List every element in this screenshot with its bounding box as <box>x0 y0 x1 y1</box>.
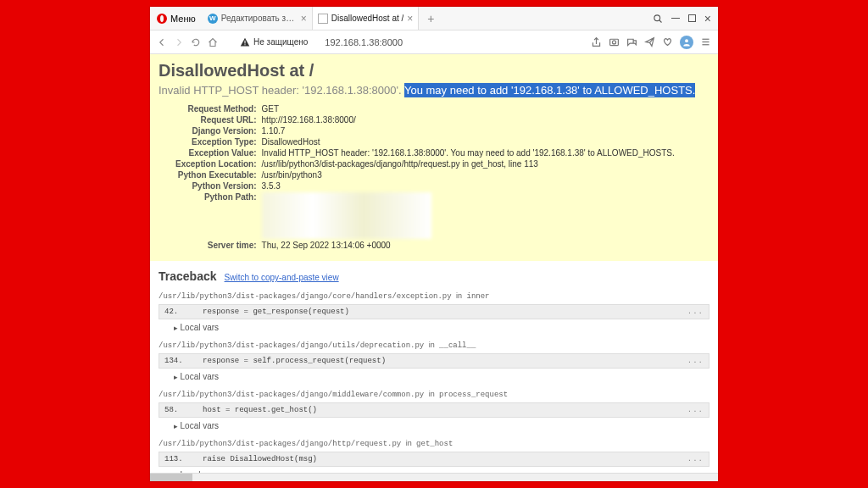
meta-label: Server time: <box>175 240 262 251</box>
meta-value: Thu, 22 Sep 2022 13:14:06 +0000 <box>262 240 675 251</box>
meta-label: Python Version: <box>175 180 262 191</box>
meta-value: DisallowedHost <box>262 136 675 147</box>
address-bar: Не защищено 192.168.1.38:8000 <box>150 30 718 54</box>
meta-label: Exception Value: <box>175 147 262 158</box>
error-meta-table: Request Method:GET Request URL:http://19… <box>175 103 675 251</box>
back-button[interactable] <box>157 37 167 47</box>
redacted-content <box>262 192 431 239</box>
subhead-highlight: You may need to add '192.168.1.38' to AL… <box>404 83 695 97</box>
frame-location: /usr/lib/python3/dist-packages/django/co… <box>159 291 709 301</box>
traceback-heading: Traceback <box>159 269 217 283</box>
error-subheading: Invalid HTTP_HOST header: '192.168.1.38:… <box>159 84 709 97</box>
traceback-frame: /usr/lib/python3/dist-packages/django/ht… <box>159 439 709 473</box>
code-line[interactable]: 134.response = self.process_request(requ… <box>159 353 709 369</box>
meta-value: /usr/bin/python3 <box>262 169 675 180</box>
code-line[interactable]: 113.raise DisallowedHost(msg)... <box>159 452 709 467</box>
search-icon[interactable] <box>653 14 663 24</box>
meta-label: Exception Type: <box>175 136 262 147</box>
frame-location: /usr/lib/python3/dist-packages/django/ht… <box>159 439 709 448</box>
close-icon[interactable]: × <box>407 13 413 25</box>
page-title: DisallowedHost at / <box>159 61 709 80</box>
error-summary: DisallowedHost at / Invalid HTTP_HOST he… <box>150 54 718 261</box>
maximize-icon[interactable] <box>688 14 696 22</box>
menu-icon[interactable] <box>700 36 711 47</box>
close-icon[interactable]: × <box>704 12 711 25</box>
switch-view-link[interactable]: Switch to copy-and-paste view <box>225 273 339 282</box>
meta-value: Invalid HTTP_HOST header: '192.168.1.38:… <box>262 147 675 158</box>
warning-icon <box>240 37 250 47</box>
opera-icon <box>157 14 167 24</box>
page-content: DisallowedHost at / Invalid HTTP_HOST he… <box>150 54 718 473</box>
scrollbar-thumb[interactable] <box>150 474 192 481</box>
expand-icon[interactable]: ... <box>687 455 704 463</box>
expand-icon[interactable]: ... <box>687 357 704 365</box>
page-icon <box>318 14 328 24</box>
share-icon[interactable] <box>591 36 602 47</box>
local-vars-toggle[interactable]: Local vars <box>159 323 709 332</box>
browser-window: Меню W Редактировать запись "Т... × Disa… <box>150 7 718 481</box>
window-controls: × <box>646 12 718 25</box>
svg-point-0 <box>654 14 660 20</box>
frame-location: /usr/lib/python3/dist-packages/django/ut… <box>159 341 709 350</box>
messenger-icon[interactable] <box>626 36 637 47</box>
code-line[interactable]: 58.host = request.get_host()... <box>159 402 709 418</box>
traceback-frame: /usr/lib/python3/dist-packages/django/ut… <box>159 341 709 381</box>
new-tab-button[interactable]: + <box>419 12 442 25</box>
svg-point-5 <box>612 41 615 44</box>
reload-button[interactable] <box>191 37 201 47</box>
expand-icon[interactable]: ... <box>687 406 704 414</box>
meta-value: http://192.168.1.38:8000/ <box>262 114 675 125</box>
meta-value: 1.10.7 <box>262 125 675 136</box>
send-icon[interactable] <box>644 36 655 47</box>
tab-label: Редактировать запись "Т... <box>221 14 298 23</box>
meta-label: Request URL: <box>175 114 262 125</box>
traceback-section: Traceback Switch to copy-and-paste view … <box>150 261 718 473</box>
meta-label: Exception Location: <box>175 158 262 169</box>
meta-label: Python Executable: <box>175 169 262 180</box>
heart-icon[interactable] <box>662 36 673 47</box>
meta-value: GET <box>262 103 675 114</box>
meta-label: Request Method: <box>175 103 262 114</box>
wordpress-icon: W <box>208 14 218 24</box>
minimize-icon[interactable] <box>671 18 680 19</box>
svg-point-6 <box>685 39 688 42</box>
traceback-frame: /usr/lib/python3/dist-packages/django/mi… <box>159 390 709 430</box>
tab-wordpress[interactable]: W Редактировать запись "Т... × <box>203 7 313 30</box>
svg-line-1 <box>659 19 662 22</box>
tab-label: DisallowedHost at / <box>331 14 404 23</box>
meta-label: Python Path: <box>175 191 262 240</box>
local-vars-toggle[interactable]: Local vars <box>159 421 709 430</box>
traceback-frame: /usr/lib/python3/dist-packages/django/co… <box>159 291 709 332</box>
url-text[interactable]: 192.168.1.38:8000 <box>325 37 403 47</box>
browser-menu-button[interactable]: Меню <box>150 7 203 30</box>
code-line[interactable]: 42.response = get_response(request)... <box>159 304 709 319</box>
close-icon[interactable]: × <box>301 13 307 25</box>
svg-rect-3 <box>244 44 245 45</box>
subhead-prefix: Invalid HTTP_HOST header: '192.168.1.38:… <box>159 84 404 97</box>
expand-icon[interactable]: ... <box>687 308 704 316</box>
frame-location: /usr/lib/python3/dist-packages/django/mi… <box>159 390 709 399</box>
meta-value: 3.5.3 <box>262 180 675 191</box>
tab-django-error[interactable]: DisallowedHost at / × <box>313 7 420 30</box>
tab-bar: Меню W Редактировать запись "Т... × Disa… <box>150 7 718 30</box>
horizontal-scrollbar[interactable] <box>150 473 718 481</box>
security-indicator[interactable]: Не защищено <box>240 37 308 47</box>
forward-button[interactable] <box>174 37 184 47</box>
meta-label: Django Version: <box>175 125 262 136</box>
local-vars-toggle[interactable]: Local vars <box>159 372 709 381</box>
svg-rect-2 <box>244 40 245 43</box>
toolbar-right <box>591 36 711 49</box>
screenshot-icon[interactable] <box>609 36 620 47</box>
avatar-icon[interactable] <box>680 36 693 49</box>
home-button[interactable] <box>208 37 218 47</box>
meta-value: /usr/lib/python3/dist-packages/django/ht… <box>262 158 675 169</box>
security-text: Не защищено <box>253 37 308 47</box>
menu-label: Меню <box>170 14 196 24</box>
